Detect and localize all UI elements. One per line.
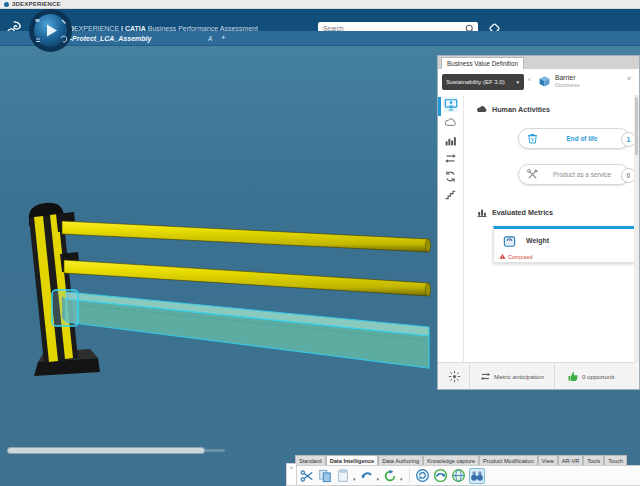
product-service-icon: [526, 168, 539, 181]
horizontal-scrollbar-thumb[interactable]: [7, 447, 205, 454]
new-tab-button[interactable]: +: [221, 31, 226, 46]
activity-pill[interactable]: End of life 1: [518, 128, 630, 149]
activities-list: End of life 1 Product as a service 0: [464, 128, 639, 200]
paste-dropdown-icon[interactable]: ▾: [353, 476, 356, 482]
bottom-toolbar-tabs: StandardData IntelligenceData AuthoringK…: [295, 455, 640, 465]
panel-header: Sustainability (EF 3.0) ▼ ‹ Barrier Occu…: [438, 69, 639, 96]
sync-icon[interactable]: [382, 468, 398, 484]
metric-label: Weight: [526, 237, 549, 244]
evaluated-metrics-header: Evaluated Metrics: [476, 206, 553, 218]
toolbar-tab-product-modification[interactable]: Product Modification: [479, 455, 538, 465]
toolbar-tab-knowledge-capture[interactable]: Knowledge capture: [423, 455, 479, 465]
human-activities-header: Human Activities: [476, 103, 550, 115]
human-activities-section-icon: [476, 103, 488, 115]
cut-icon[interactable]: [299, 468, 315, 484]
object-type: Occurrence: [555, 83, 580, 88]
mid-rail[interactable]: [64, 260, 429, 296]
metric-status-text: Computed: [508, 254, 532, 260]
exchange-arrows-icon[interactable]: [443, 151, 458, 166]
toolbar-tab-tools[interactable]: Tools: [583, 455, 604, 465]
toolbar-tab-standard[interactable]: Standard: [295, 455, 326, 465]
part-cube-icon: [538, 75, 551, 88]
binoculars-search-icon[interactable]: [469, 468, 485, 484]
document-tab[interactable]: X-Protect_LCA_Assembly: [65, 31, 151, 46]
undo-icon[interactable]: [359, 468, 375, 484]
sustainability-dropdown-label: Sustainability (EF 3.0): [446, 79, 505, 85]
end-of-life-icon: [526, 132, 539, 145]
toolbar-tab-data-intelligence[interactable]: Data Intelligence: [326, 455, 378, 465]
alert-triangle-icon: [499, 253, 506, 260]
flap-chevron-icon: ˅: [290, 465, 294, 471]
paste-icon[interactable]: [335, 468, 351, 484]
toolbar-collapse-flap[interactable]: ˅: [286, 463, 297, 486]
caret-down-icon: ▼: [516, 80, 520, 85]
effects-sun-icon[interactable]: [448, 370, 461, 383]
toolbar-tab-ar-vr[interactable]: AR-VR: [558, 455, 583, 465]
panel-footer: Metric anticipation 0 opportunit: [438, 362, 639, 389]
circularity-icon[interactable]: [443, 169, 458, 184]
selected-plank[interactable]: [52, 290, 429, 368]
sync-dropdown-icon[interactable]: ▾: [400, 476, 403, 482]
activity-label: Product as a service: [539, 171, 629, 178]
plank-bracket: [52, 290, 78, 326]
anticipation-arrows-icon: [480, 371, 491, 382]
thumbs-up-icon: [567, 370, 579, 382]
weight-scale-icon: [502, 234, 517, 249]
environment-cloud-icon[interactable]: [443, 115, 458, 130]
panel-tabstrip: Business Value Definition: [438, 56, 639, 70]
window-title: 3DEXPERIENCE: [12, 1, 61, 7]
document-tabbar: X-Protect_LCA_Assembly A +: [0, 31, 640, 46]
collapse-left-icon[interactable]: ‹: [528, 75, 531, 84]
panel-scrollbar[interactable]: [634, 95, 639, 363]
metric-status: Computed: [499, 253, 532, 260]
object-dropdown-icon[interactable]: ˅: [627, 75, 631, 82]
bottom-toolbar-icons: ▾ ▾ ▾: [295, 465, 640, 486]
rail-end-cap: [425, 239, 430, 252]
barrier-model[interactable]: [0, 46, 450, 386]
panel-icon-strip: [438, 95, 464, 363]
opportunities-button[interactable]: 0 opportunit: [555, 370, 639, 382]
evaluated-metrics-section-icon: [476, 206, 488, 218]
panel-body: Human Activities End of life 1: [464, 95, 639, 363]
metric-card-weight[interactable]: Weight Computed: [493, 226, 636, 263]
activity-pill[interactable]: Product as a service 0: [518, 164, 630, 185]
bottom-toolbar: StandardData IntelligenceData AuthoringK…: [295, 455, 640, 486]
top-rail[interactable]: [62, 221, 429, 252]
globe-icon[interactable]: [451, 468, 467, 484]
rail-end-cap: [425, 283, 430, 296]
business-value-definition-panel: Business Value Definition Sustainability…: [437, 55, 640, 390]
toolbar-tab-touch[interactable]: Touch: [604, 455, 627, 465]
sustainability-dropdown[interactable]: Sustainability (EF 3.0) ▼: [442, 74, 524, 90]
activity-row: End of life 1: [518, 128, 639, 149]
undo-dropdown-icon[interactable]: ▾: [377, 476, 380, 482]
toolbar-separator: [409, 468, 410, 483]
panel-scrollbar-thumb[interactable]: [635, 97, 638, 155]
activity-row: Product as a service 0: [518, 164, 639, 185]
evaluated-metrics-title: Evaluated Metrics: [492, 208, 553, 217]
human-activities-title: Human Activities: [492, 105, 550, 114]
opportunities-label: 0 opportunit: [582, 373, 615, 380]
toolbar-tab-view[interactable]: View: [538, 455, 558, 465]
app-header: 3DEXPERIENCE | CATIA Business Performanc…: [0, 9, 640, 31]
3dexperience-compass[interactable]: [28, 8, 73, 53]
metric-anticipation-label: Metric anticipation: [494, 373, 544, 380]
activity-label: End of life: [539, 135, 629, 142]
document-revision: A: [208, 31, 212, 46]
window-titlebar: 3DEXPERIENCE: [0, 0, 640, 9]
selected-strip-marker: [438, 97, 441, 116]
metric-anticipation-button[interactable]: Metric anticipation: [469, 363, 555, 389]
human-activities-tab-icon[interactable]: [443, 97, 458, 112]
refresh-icon[interactable]: [433, 468, 449, 484]
toolbar-tab-data-authoring[interactable]: Data Authoring: [378, 455, 423, 465]
object-name: Barrier: [555, 74, 575, 81]
steps-icon[interactable]: [443, 187, 458, 202]
reload-icon[interactable]: [415, 468, 431, 484]
copy-icon[interactable]: [317, 468, 333, 484]
metrics-chart-icon[interactable]: [443, 133, 458, 148]
app-window-icon: [4, 2, 9, 7]
